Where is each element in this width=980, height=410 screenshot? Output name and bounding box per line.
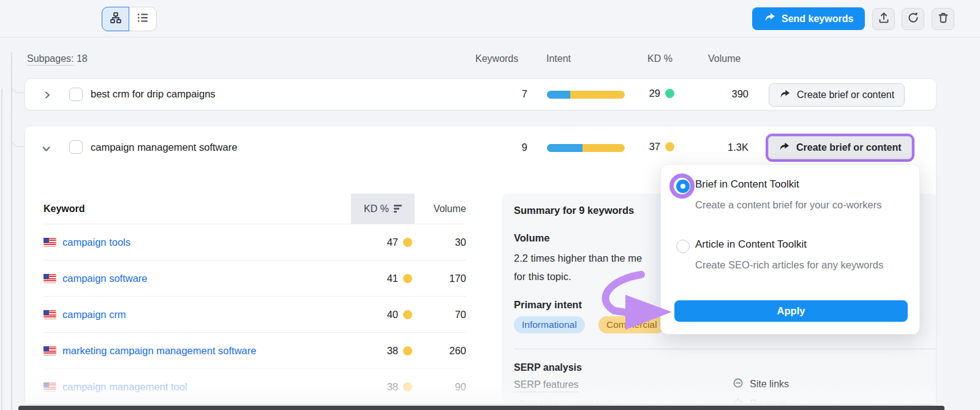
brief-option-description: Create a content brief for your co-worke… — [695, 197, 917, 213]
delete-button[interactable] — [932, 8, 954, 30]
article-option-title[interactable]: Article in Content Toolkit — [695, 238, 807, 251]
column-header-keywords: Keywords — [475, 53, 518, 64]
site-links-label: Site links — [750, 379, 789, 390]
sitemap-icon — [110, 12, 122, 26]
create-brief-button[interactable]: Create brief or content — [769, 83, 905, 107]
sort-descending-icon — [394, 203, 402, 214]
column-header-volume: Volume — [708, 53, 741, 64]
primary-intent-label: Primary intent — [514, 299, 582, 311]
keyword-volume: 170 — [412, 273, 466, 284]
kd-value: 29 — [649, 88, 660, 99]
serp-note-text: affect visibility and traffic — [514, 399, 620, 404]
export-button[interactable] — [872, 8, 895, 30]
article-radio[interactable] — [676, 240, 690, 253]
keyword-volume: 30 — [412, 237, 466, 248]
kd-dot — [403, 310, 412, 319]
kd-value: 38 — [387, 345, 398, 357]
keyword-row: campaign management tool 38 90 — [43, 368, 466, 404]
kd-dot — [403, 382, 412, 392]
kd-value: 47 — [387, 237, 398, 248]
summary-volume-text-line2: for this topic. — [514, 267, 571, 286]
list-view-toggle[interactable] — [129, 7, 157, 31]
star-icon — [733, 397, 744, 404]
trash-icon — [937, 12, 949, 26]
list-icon — [137, 12, 149, 26]
tree-view-toggle[interactable] — [102, 7, 129, 31]
apply-button[interactable]: Apply — [674, 300, 908, 322]
topic-row-best-crm: best crm for drip campaigns 7 29 390 Cre… — [24, 78, 937, 110]
topic-checkbox[interactable] — [69, 88, 83, 101]
tree-connector-outer — [1, 89, 2, 410]
keyword-table: Keyword KD % Volume campaign tools 47 30… — [43, 194, 466, 404]
refresh-button[interactable] — [902, 8, 924, 30]
keyword-kd: 38 — [339, 345, 412, 357]
keyword-link[interactable]: campaign tools — [62, 237, 130, 248]
summary-title: Summary for 9 keywords — [514, 205, 634, 216]
kd-column-header-sorted[interactable]: KD % — [351, 194, 415, 224]
keyword-row: campaign software 41 170 — [43, 260, 466, 296]
topic-name: best crm for drip campaigns — [91, 88, 216, 100]
topic-volume: 390 — [699, 88, 748, 100]
kd-value: 37 — [649, 141, 660, 153]
kd-dot — [403, 274, 412, 283]
intent-bar-blue-segment — [547, 144, 582, 152]
keyword-kd: 38 — [339, 381, 412, 393]
keyword-link[interactable]: campaign management tool — [62, 381, 187, 393]
kd-value: 38 — [387, 381, 398, 393]
subpages-count: 18 — [77, 53, 88, 64]
subpages-link[interactable]: Subpages: 18 — [27, 53, 88, 64]
create-brief-button[interactable]: Create brief or content — [768, 136, 912, 159]
serp-analysis-title: SERP analysis — [514, 362, 582, 373]
serp-feature-site-links: Site links — [733, 378, 789, 391]
keyword-link[interactable]: campaign software — [62, 273, 148, 284]
collapse-chevron-down-icon[interactable] — [41, 143, 51, 153]
kd-column-label: KD % — [364, 203, 389, 214]
topic-checkbox[interactable] — [69, 140, 83, 154]
topic-keywords-count: 9 — [491, 142, 527, 153]
keyword-kd: 41 — [339, 273, 412, 284]
keyword-row: campaign crm 40 70 — [43, 296, 466, 332]
create-brief-highlight-outline: Create brief or content — [766, 134, 914, 162]
view-toggle-group — [102, 7, 157, 31]
keyword-table-header: Keyword KD % Volume — [43, 194, 466, 224]
keyword-volume: 90 — [412, 381, 466, 393]
informational-badge: Informational — [514, 316, 585, 333]
article-option-description: Create SEO-rich articles for any keyword… — [695, 257, 917, 273]
send-keywords-label: Send keywords — [782, 13, 853, 25]
send-keywords-button[interactable]: Send keywords — [752, 7, 865, 30]
us-flag-icon — [43, 238, 56, 247]
upload-icon — [878, 12, 890, 26]
serp-features-link[interactable]: SERP features — [514, 379, 579, 392]
topic-kd: 37 — [613, 141, 674, 153]
topic-volume: 1.3K — [699, 142, 748, 153]
volume-column-header: Volume — [434, 194, 466, 224]
share-arrow-icon — [779, 89, 790, 101]
kd-value: 40 — [387, 309, 398, 321]
tree-connector-line — [11, 52, 12, 410]
topic-kd: 29 — [613, 88, 674, 99]
link-icon — [733, 378, 744, 391]
subpages-label: Subpages: — [27, 53, 74, 66]
column-header-kd: KD % — [637, 53, 673, 64]
keyword-kd: 47 — [339, 237, 412, 248]
keyword-link[interactable]: marketing campaign management software — [62, 345, 256, 357]
refresh-icon — [907, 12, 919, 26]
expand-chevron-right-icon[interactable] — [42, 90, 52, 100]
us-flag-icon — [43, 274, 56, 283]
next-row-edge — [18, 406, 944, 410]
create-content-popup: Brief in Content Toolkit Create a conten… — [660, 164, 920, 335]
summary-volume-text-line1: 2.2 times higher than the me — [514, 249, 642, 267]
intent-bar-blue-segment — [547, 91, 570, 99]
tree-connector-elbow-1 — [11, 67, 24, 93]
share-arrow-icon — [778, 142, 790, 154]
brief-option-title[interactable]: Brief in Content Toolkit — [695, 178, 799, 191]
brief-radio-selected[interactable] — [676, 180, 690, 193]
topic-keywords-count: 7 — [491, 88, 527, 100]
share-arrow-icon — [764, 13, 775, 25]
kd-value: 41 — [387, 273, 398, 284]
create-brief-label: Create brief or content — [797, 89, 894, 101]
keyword-link[interactable]: campaign crm — [62, 309, 126, 321]
reviews-label: Reviews — [750, 398, 786, 404]
tree-connector-elbow-2 — [11, 116, 24, 147]
serp-feature-reviews: Reviews — [733, 397, 786, 404]
